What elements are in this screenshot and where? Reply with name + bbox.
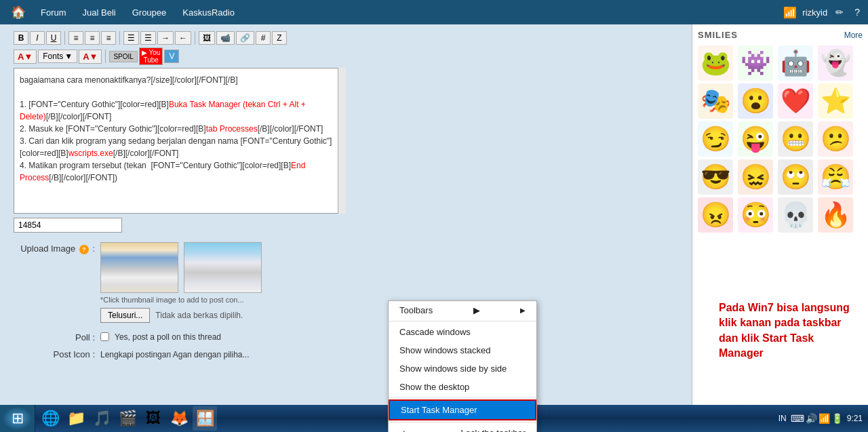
poll-checkbox[interactable] bbox=[100, 332, 109, 341]
taskbar-explorer-icon[interactable]: 📁 bbox=[64, 406, 88, 431]
vimeo-button[interactable]: V bbox=[164, 50, 179, 63]
info-text: Pada Win7 bisa langsung klik kanan pada … bbox=[719, 300, 854, 361]
separator bbox=[64, 31, 65, 45]
editor-container: bagaiamana cara menonaktifkanya?[/size][… bbox=[14, 68, 346, 214]
smiley-15[interactable]: 🙄 bbox=[778, 159, 813, 195]
info-box: Pada Win7 bisa langsung klik kanan pada … bbox=[719, 300, 854, 361]
thumbnail-2[interactable] bbox=[184, 242, 262, 293]
clock-time: 9:21 bbox=[847, 414, 863, 423]
special-button[interactable]: Z bbox=[272, 31, 287, 45]
help-icon[interactable]: ? bbox=[852, 5, 863, 19]
color-a-button[interactable]: A▼ bbox=[14, 50, 37, 64]
list-ul-button[interactable]: ☰ bbox=[123, 31, 139, 45]
ctx-lock-check: ✓ bbox=[399, 429, 406, 433]
smiley-9[interactable]: 😏 bbox=[698, 121, 733, 157]
code-button[interactable]: # bbox=[256, 31, 271, 45]
ctx-stacked[interactable]: Show windows stacked bbox=[389, 341, 536, 359]
ctx-lock[interactable]: ✓ Lock the taskbar bbox=[389, 424, 536, 432]
number-input[interactable]: 14854 bbox=[14, 218, 122, 233]
browse-button[interactable]: Telusuri... bbox=[100, 308, 150, 323]
smiley-16[interactable]: 😤 bbox=[818, 159, 853, 195]
nav-groupee[interactable]: Groupee bbox=[125, 5, 174, 20]
fonts-button[interactable]: Fonts ▼ bbox=[38, 50, 77, 63]
youtube2-button[interactable]: ▶ YouTube bbox=[139, 47, 163, 65]
list-ol-button[interactable]: ☰ bbox=[140, 31, 156, 45]
taskbar-ie-icon[interactable]: 🌐 bbox=[38, 406, 62, 431]
taskbar-photo-icon[interactable]: 🖼 bbox=[141, 406, 165, 431]
ctx-toolbars-label: Toolbars bbox=[399, 305, 433, 315]
smiley-13[interactable]: 😎 bbox=[698, 159, 733, 195]
scrollbar[interactable] bbox=[338, 68, 346, 214]
italic-button[interactable]: I bbox=[30, 31, 45, 45]
bold-button[interactable]: B bbox=[14, 31, 28, 45]
smiley-5[interactable]: 🎭 bbox=[698, 83, 733, 119]
poll-label: Poll : bbox=[14, 331, 95, 342]
start-button[interactable]: ⊞ bbox=[0, 405, 35, 432]
spoiler-button[interactable]: SPOIL bbox=[109, 51, 137, 62]
upload-image-label: Upload Image ? : bbox=[14, 242, 95, 254]
font-dropdown: Fonts ▼ bbox=[38, 50, 77, 63]
ctx-sub-arrow: ▶ bbox=[473, 305, 480, 315]
ctx-cascade[interactable]: Cascade windows bbox=[389, 323, 536, 341]
tray-icon-1: ⌨ bbox=[791, 413, 804, 424]
smiley-1[interactable]: 🐸 bbox=[698, 45, 733, 81]
smiley-18[interactable]: 😳 bbox=[738, 197, 773, 233]
poll-checkbox-label: Yes, post a poll on this thread bbox=[115, 332, 221, 342]
taskbar-video-icon[interactable]: 🎬 bbox=[115, 406, 140, 431]
separator4 bbox=[105, 50, 106, 63]
home-button[interactable]: 🏠 bbox=[5, 2, 31, 22]
taskbar-mediaplayer-icon[interactable]: 🎵 bbox=[90, 406, 114, 431]
context-menu: Toolbars ▶ Cascade windows Show windows … bbox=[388, 300, 537, 432]
nav-forum[interactable]: Forum bbox=[34, 5, 73, 20]
ctx-sidebyside[interactable]: Show windows side by side bbox=[389, 359, 536, 378]
nav-jualbeli[interactable]: Jual Beli bbox=[76, 5, 123, 20]
indent-button[interactable]: → bbox=[157, 31, 174, 45]
smiley-14[interactable]: 😖 bbox=[738, 159, 773, 195]
edit-icon[interactable]: ✏ bbox=[833, 5, 846, 19]
info-icon: ? bbox=[79, 245, 89, 254]
ctx-taskmanager-label: Start Task Manager bbox=[401, 405, 477, 415]
ctx-sidebyside-label: Show windows side by side bbox=[399, 364, 507, 374]
image-button[interactable]: 🖼 bbox=[199, 31, 215, 45]
youtube-button[interactable]: 📹 bbox=[216, 31, 235, 45]
thumbnail-1[interactable] bbox=[100, 242, 178, 293]
network-icon: 📶 bbox=[783, 6, 797, 19]
ctx-taskmanager[interactable]: Start Task Manager bbox=[389, 399, 536, 420]
align-left-button[interactable]: ≡ bbox=[68, 31, 83, 45]
smiley-8[interactable]: ⭐ bbox=[818, 83, 853, 119]
editor-textarea[interactable]: bagaiamana cara menonaktifkanya?[/size][… bbox=[14, 68, 339, 214]
taskbar-app-icon[interactable]: 🪟 bbox=[193, 406, 217, 431]
smilies-header: SMILIES More bbox=[698, 30, 863, 40]
toolbar-row-2: A▼ Fonts ▼ A▼ SPOIL ▶ YouTube V bbox=[14, 47, 678, 65]
smiley-19[interactable]: 💀 bbox=[778, 197, 813, 233]
outdent-button[interactable]: ← bbox=[175, 31, 191, 45]
smiley-11[interactable]: 😬 bbox=[778, 121, 813, 157]
poll-row: Poll : Yes, post a poll on this thread bbox=[14, 331, 678, 342]
smiley-6[interactable]: 😮 bbox=[738, 83, 773, 119]
ctx-sep2 bbox=[389, 397, 536, 398]
smiley-17[interactable]: 😠 bbox=[698, 197, 733, 233]
smiley-20[interactable]: 🔥 bbox=[818, 197, 853, 233]
smiley-10[interactable]: 😜 bbox=[738, 121, 773, 157]
tray-icon-4: 🔋 bbox=[831, 413, 843, 424]
smiley-7[interactable]: ❤️ bbox=[778, 83, 813, 119]
underline-button[interactable]: U bbox=[46, 31, 61, 45]
windows-logo: ⊞ bbox=[12, 410, 24, 427]
separator2 bbox=[119, 31, 120, 45]
smiley-3[interactable]: 🤖 bbox=[778, 45, 813, 81]
smilies-more[interactable]: More bbox=[844, 31, 863, 40]
smiley-2[interactable]: 👾 bbox=[738, 45, 773, 81]
no-file-text: Tidak ada berkas dipilih. bbox=[155, 311, 243, 320]
smiley-12[interactable]: 😕 bbox=[818, 121, 853, 157]
tray-icon-3: 📶 bbox=[818, 413, 830, 424]
ctx-desktop[interactable]: Show the desktop bbox=[389, 378, 536, 396]
taskbar-firefox-icon[interactable]: 🦊 bbox=[167, 406, 191, 431]
align-right-button[interactable]: ≡ bbox=[101, 31, 116, 45]
align-center-button[interactable]: ≡ bbox=[85, 31, 100, 45]
smiley-4[interactable]: 👻 bbox=[818, 45, 853, 81]
ctx-toolbars[interactable]: Toolbars ▶ bbox=[389, 301, 536, 319]
color-a2-button[interactable]: A▼ bbox=[79, 50, 102, 64]
nav-kaskusradio[interactable]: KaskusRadio bbox=[176, 5, 241, 20]
post-icon-row: Post Icon : Lengkapi postingan Agan deng… bbox=[14, 349, 678, 359]
link-button[interactable]: 🔗 bbox=[236, 31, 254, 45]
